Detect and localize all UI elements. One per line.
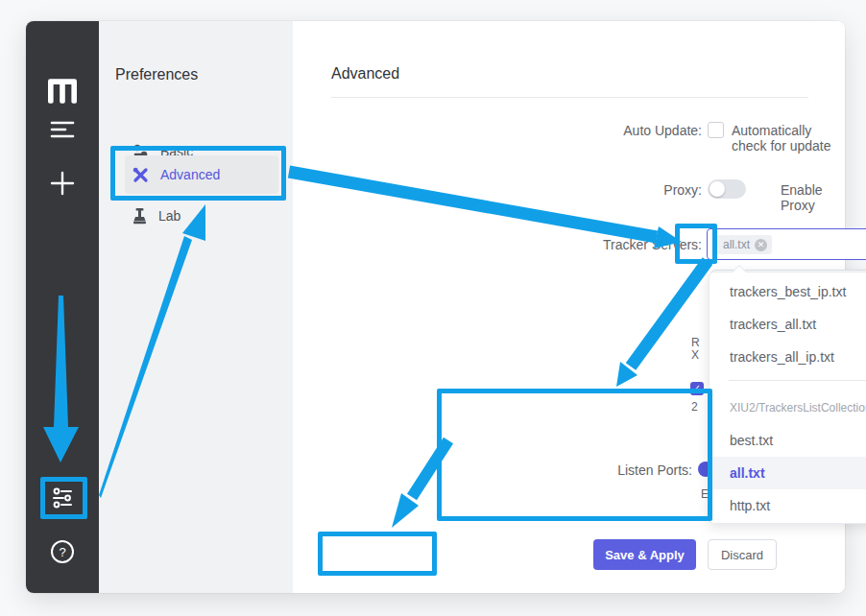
motrix-logo [26,79,99,104]
discard-button[interactable]: Discard [708,539,777,570]
tracker-dropdown: trackers_best_ip.txt trackers_all.txt tr… [709,272,866,524]
proxy-toggle[interactable] [708,179,746,199]
nav-label-lab: Lab [158,208,180,224]
dropdown-item[interactable]: best.txt [710,424,866,457]
lab-icon [132,208,147,225]
dropdown-item[interactable]: http.txt [710,489,866,522]
preferences-panel: Preferences Basic Advanced [99,21,293,593]
dropdown-item[interactable]: trackers_all_ip.txt [710,341,866,373]
annotation-box-chevron [675,224,717,264]
auto-update-checkbox-label[interactable]: Automatically check for update [732,123,845,154]
svg-text:?: ? [59,545,65,559]
auto-update-checkbox[interactable] [708,122,724,138]
auto-update-label: Auto Update: [567,123,702,138]
proxy-label: Proxy: [567,182,702,198]
tracker-servers-select[interactable]: all.txt ✕ [707,228,866,260]
dropdown-divider [729,380,866,381]
annotation-box-dropdown-group [437,389,712,521]
selected-tag-label: all.txt [723,238,750,251]
dropdown-group-label: XIU2/TrackersListCollection [710,395,866,420]
add-task-icon[interactable] [26,171,99,196]
proxy-toggle-label: Enable Proxy [781,182,845,213]
annotation-box-advanced [110,146,286,201]
dropdown-item-selected[interactable]: all.txt ✓ [710,457,866,489]
annotation-box-save-button [318,532,437,576]
task-list-icon[interactable] [26,119,99,140]
dropdown-item[interactable]: trackers_best_ip.txt [710,275,866,308]
help-icon[interactable]: ? [26,539,99,564]
page-title: Advanced [331,65,399,83]
preferences-title: Preferences [115,66,198,83]
toggle-knob [710,181,725,197]
nav-item-lab[interactable]: Lab [125,197,278,235]
hidden-text-fragment: X [691,348,699,362]
dropdown-item[interactable]: trackers_all.txt [710,308,866,341]
tag-remove-icon[interactable]: ✕ [755,239,767,251]
selected-tag: all.txt ✕ [715,235,772,254]
annotation-box-settings-icon [40,477,87,519]
title-divider [331,97,808,98]
save-apply-button[interactable]: Save & Apply [593,539,696,570]
app-window: ? Preferences Basic [26,21,845,593]
hidden-text-fragment: R [691,336,700,349]
